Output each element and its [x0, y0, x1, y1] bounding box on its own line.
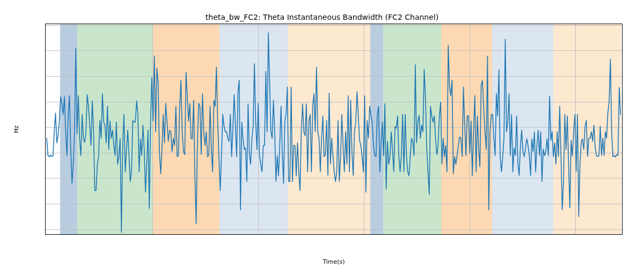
- x-axis-label: Time(s): [323, 258, 345, 265]
- x-tick-mark: [575, 234, 576, 235]
- x-tick-mark: [258, 234, 259, 235]
- chart-title: theta_bw_FC2: Theta Instantaneous Bandwi…: [0, 13, 644, 21]
- x-tick-mark: [364, 234, 364, 235]
- figure: theta_bw_FC2: Theta Instantaneous Bandwi…: [0, 0, 644, 268]
- line-series: [46, 24, 622, 234]
- y-axis-label: Hz: [13, 125, 20, 133]
- x-tick-mark: [152, 234, 153, 235]
- axes: 1.301.351.401.451.501.551.601.651.701000…: [45, 24, 623, 235]
- x-tick-mark: [470, 234, 470, 235]
